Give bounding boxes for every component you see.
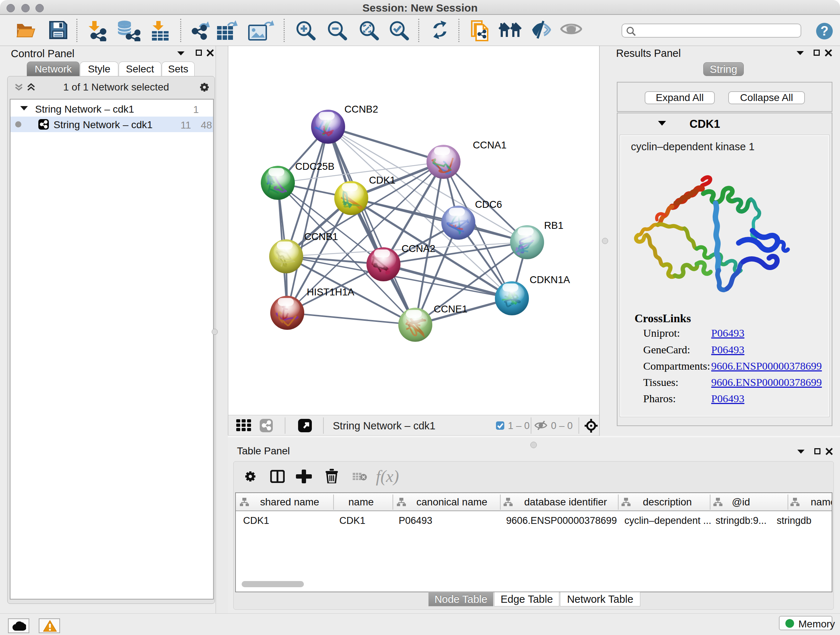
svg-text:CDC25B: CDC25B <box>295 161 335 172</box>
svg-text:CDK1: CDK1 <box>369 174 395 186</box>
svg-text:CDKN1A: CDKN1A <box>530 274 570 285</box>
svg-text:HIST1H1A: HIST1H1A <box>307 287 355 298</box>
svg-text:CCNE1: CCNE1 <box>434 303 467 315</box>
svg-text:CDC6: CDC6 <box>475 199 502 210</box>
svg-text:CCNB2: CCNB2 <box>344 103 378 115</box>
svg-text:RB1: RB1 <box>544 220 564 231</box>
svg-text:CCNA1: CCNA1 <box>473 139 507 150</box>
svg-text:CCNA2: CCNA2 <box>401 243 435 254</box>
svg-text:CCNB1: CCNB1 <box>304 231 338 242</box>
svg-text:?: ? <box>821 24 829 38</box>
